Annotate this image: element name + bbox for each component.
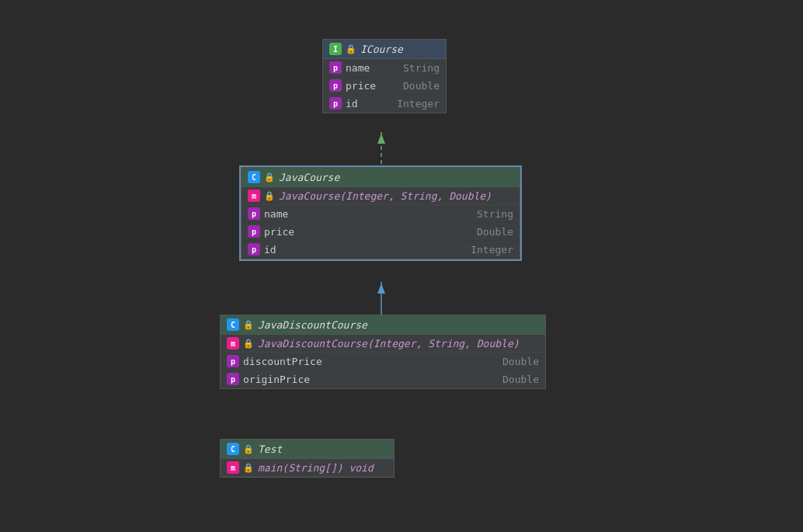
constructor-lock-icon: 🔒 bbox=[264, 191, 275, 201]
javacourse-field-price: p price Double bbox=[242, 223, 520, 241]
field-p-icon: p bbox=[227, 373, 239, 385]
diagram-canvas: I 🔒 ICourse p name String p price Double… bbox=[0, 0, 803, 532]
icourse-header: I 🔒 ICourse bbox=[323, 40, 446, 59]
field-discountprice-label: discountPrice bbox=[243, 356, 499, 367]
icourse-badge: I bbox=[329, 43, 342, 55]
field-name-label: name bbox=[264, 208, 473, 220]
javacourse-title: JavaCourse bbox=[279, 172, 339, 183]
field-price-label: price bbox=[346, 80, 399, 92]
icourse-title: ICourse bbox=[360, 43, 403, 55]
field-p-icon: p bbox=[329, 61, 342, 74]
field-p-icon: p bbox=[248, 225, 260, 238]
javacourse-constructor: m 🔒 JavaCourse(Integer, String, Double) bbox=[242, 187, 520, 205]
constructor-m-icon: m bbox=[248, 190, 260, 202]
field-name-type: String bbox=[403, 62, 440, 74]
javadiscountcourse-header: C 🔒 JavaDiscountCourse bbox=[221, 315, 545, 335]
field-originprice-type: Double bbox=[502, 374, 539, 385]
main-method-text: main(String[]) void bbox=[258, 462, 374, 474]
javadiscountcourse-lock-icon: 🔒 bbox=[243, 320, 254, 330]
constructor-m-icon: m bbox=[227, 337, 239, 349]
test-badge: C bbox=[227, 443, 239, 455]
javacourse-field-id: p id Integer bbox=[242, 241, 520, 259]
javadiscountcourse-badge: C bbox=[227, 318, 239, 331]
field-price-label: price bbox=[264, 226, 473, 238]
test-main-method: m 🔒 main(String[]) void bbox=[221, 459, 394, 477]
field-discountprice-type: Double bbox=[502, 356, 539, 367]
constructor-text: JavaDiscountCourse(Integer, String, Doub… bbox=[258, 338, 520, 349]
main-m-icon: m bbox=[227, 461, 239, 474]
test-header: C 🔒 Test bbox=[221, 440, 394, 459]
icourse-lock-icon: 🔒 bbox=[346, 44, 356, 54]
field-price-type: Double bbox=[403, 80, 440, 92]
constructor-lock-icon: 🔒 bbox=[243, 339, 254, 349]
javacourse-field-name: p name String bbox=[242, 205, 520, 223]
field-originprice-label: originPrice bbox=[243, 374, 499, 385]
field-id-type: Integer bbox=[397, 98, 440, 110]
field-id-label: id bbox=[264, 244, 467, 256]
javacourse-badge: C bbox=[248, 171, 260, 183]
field-price-type: Double bbox=[477, 226, 513, 238]
field-p-icon: p bbox=[329, 97, 342, 110]
field-p-icon: p bbox=[329, 79, 342, 92]
field-id-type: Integer bbox=[471, 244, 513, 256]
javacourse-box[interactable]: C 🔒 JavaCourse m 🔒 JavaCourse(Integer, S… bbox=[241, 167, 520, 259]
test-lock-icon: 🔒 bbox=[243, 444, 254, 454]
icourse-field-id: p id Integer bbox=[323, 95, 446, 113]
field-p-icon: p bbox=[248, 243, 260, 256]
field-p-icon: p bbox=[227, 355, 239, 367]
javadiscountcourse-field-originprice: p originPrice Double bbox=[221, 370, 545, 388]
constructor-text: JavaCourse(Integer, String, Double) bbox=[279, 190, 492, 202]
javadiscountcourse-constructor: m 🔒 JavaDiscountCourse(Integer, String, … bbox=[221, 335, 545, 353]
field-name-type: String bbox=[477, 208, 513, 220]
test-title: Test bbox=[258, 443, 282, 455]
svg-marker-3 bbox=[377, 283, 385, 294]
icourse-field-name: p name String bbox=[323, 59, 446, 77]
test-box[interactable]: C 🔒 Test m 🔒 main(String[]) void bbox=[220, 439, 395, 478]
javadiscountcourse-field-discountprice: p discountPrice Double bbox=[221, 353, 545, 370]
svg-marker-1 bbox=[377, 134, 385, 144]
icourse-box[interactable]: I 🔒 ICourse p name String p price Double… bbox=[322, 39, 447, 113]
javadiscountcourse-box[interactable]: C 🔒 JavaDiscountCourse m 🔒 JavaDiscountC… bbox=[220, 315, 546, 389]
javacourse-header: C 🔒 JavaCourse bbox=[242, 168, 520, 187]
icourse-field-price: p price Double bbox=[323, 77, 446, 95]
javadiscountcourse-title: JavaDiscountCourse bbox=[258, 319, 367, 331]
javacourse-lock-icon: 🔒 bbox=[264, 172, 275, 183]
field-id-label: id bbox=[346, 98, 393, 110]
field-p-icon: p bbox=[248, 207, 260, 220]
main-lock-icon: 🔒 bbox=[243, 463, 254, 473]
field-name-label: name bbox=[346, 62, 399, 74]
